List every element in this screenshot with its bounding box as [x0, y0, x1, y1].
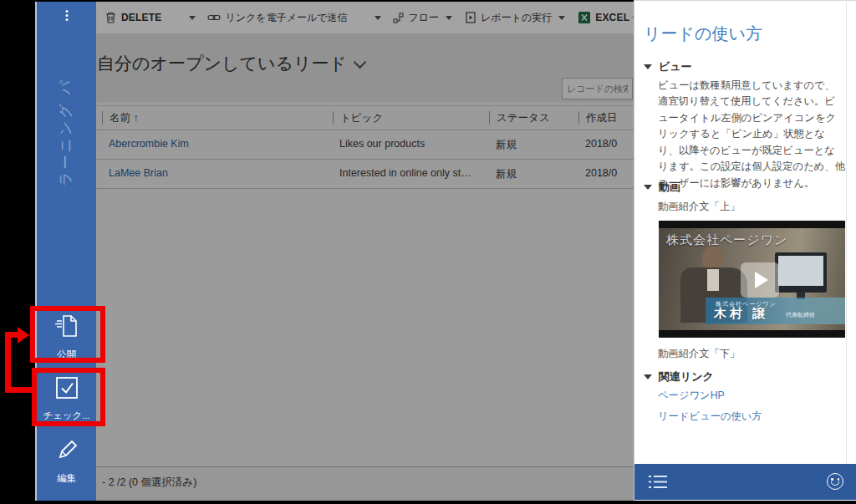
highlight-box-check	[32, 368, 105, 426]
sidebar-vertical-title: ラーニング パ	[57, 40, 75, 224]
related-link-lead-view[interactable]: リードビューの使い方	[658, 410, 762, 424]
video-caption-top: 動画紹介文「上」	[658, 200, 740, 214]
video-thumbnail[interactable]: 株式会社ページワン 株式会社ページワン 木村 譲 代表取締役	[659, 221, 845, 338]
person-shirt-shape	[707, 269, 719, 291]
related-link-hp[interactable]: ページワンHP	[658, 389, 725, 403]
collapse-triangle-icon	[644, 185, 652, 190]
more-options-icon[interactable]	[65, 8, 68, 23]
video-caption-bottom: 動画紹介文「下」	[658, 347, 740, 361]
learning-path-panel: リードの使い方 ビュー ビューは数種類用意していますので、適宜切り替えて使用して…	[634, 0, 856, 501]
collapse-triangle-icon	[644, 374, 652, 379]
collapse-triangle-icon	[644, 64, 652, 69]
contents-list-icon[interactable]	[649, 475, 667, 491]
pencil-icon	[37, 438, 96, 466]
feedback-smiley-icon[interactable]	[827, 473, 843, 490]
annotation-arrowhead-icon	[18, 327, 29, 344]
dimming-overlay	[37, 2, 634, 501]
caption-name: 木村 譲	[714, 306, 768, 322]
play-button[interactable]	[741, 262, 779, 298]
annotation-arrow-line	[5, 332, 11, 393]
video-overlay-title: 株式会社ページワン	[666, 232, 787, 248]
view-section-body: ビューは数種類用意していますので、適宜切り替えて使用してください。ビュータイトル…	[658, 78, 845, 191]
play-icon	[755, 272, 768, 288]
panel-scrollbar-track[interactable]	[846, 3, 847, 464]
caption-role: 代表取締役	[786, 311, 815, 319]
annotation-arrow-line	[5, 387, 33, 393]
section-header-view[interactable]: ビュー	[644, 59, 692, 74]
highlight-box-publish	[30, 306, 105, 363]
panel-footer-bar	[634, 464, 856, 500]
video-lower-third: 株式会社ページワン 木村 譲 代表取締役	[706, 298, 845, 324]
section-header-links[interactable]: 関連リンク	[644, 369, 714, 384]
help-panel-title: リードの使い方	[644, 23, 762, 45]
edit-label: 編集	[57, 473, 76, 483]
edit-button[interactable]: 編集	[37, 438, 96, 485]
section-header-video[interactable]: 動画	[644, 180, 680, 195]
monitor-screen-shape	[778, 256, 823, 286]
